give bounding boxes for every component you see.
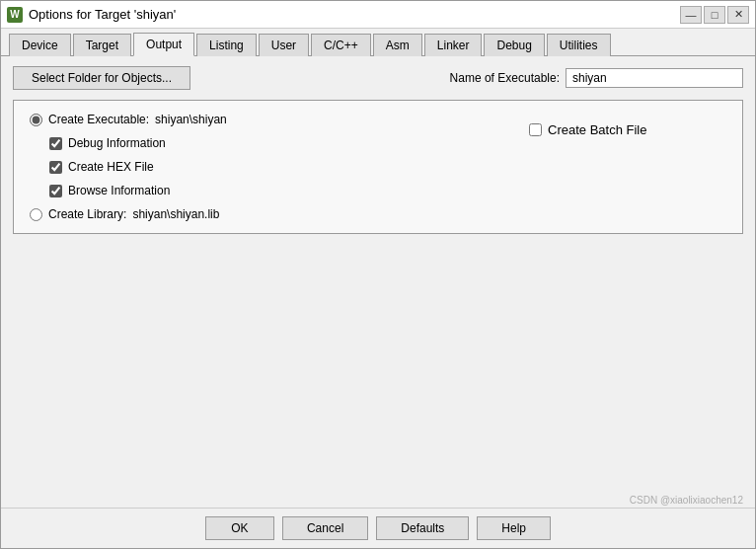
create-executable-value: shiyan\shiyan: [155, 113, 227, 126]
tab-device[interactable]: Device: [9, 34, 71, 56]
debug-info-row: Debug Information: [49, 136, 529, 150]
tab-listing[interactable]: Listing: [196, 34, 257, 56]
minimize-button[interactable]: —: [680, 6, 702, 24]
create-library-label: Create Library:: [48, 207, 126, 221]
content-area: Select Folder for Objects... Name of Exe…: [1, 56, 755, 495]
defaults-button[interactable]: Defaults: [376, 516, 469, 540]
create-executable-label: Create Executable:: [48, 113, 149, 126]
executable-input[interactable]: [566, 68, 743, 88]
tab-bar: Device Target Output Listing User C/C++ …: [1, 29, 755, 56]
create-batch-row: Create Batch File: [529, 122, 646, 137]
create-library-value: shiyan\shiyan.lib: [132, 207, 219, 221]
app-icon: W: [7, 7, 23, 23]
bottom-bar: OK Cancel Defaults Help: [1, 508, 755, 548]
help-button[interactable]: Help: [477, 516, 551, 540]
tab-user[interactable]: User: [259, 34, 309, 56]
create-executable-radio[interactable]: [30, 114, 42, 126]
executable-row: Name of Executable:: [450, 68, 743, 88]
create-hex-label: Create HEX File: [68, 160, 154, 174]
create-library-row: Create Library: shiyan\shiyan.lib: [30, 207, 529, 221]
create-batch-label: Create Batch File: [548, 122, 646, 137]
window-title: Options for Target 'shiyan': [29, 7, 176, 22]
top-row: Select Folder for Objects... Name of Exe…: [13, 66, 743, 90]
create-batch-checkbox[interactable]: [529, 123, 542, 136]
executable-label: Name of Executable:: [450, 71, 560, 85]
close-button[interactable]: ✕: [727, 6, 749, 24]
browse-info-checkbox[interactable]: [49, 185, 62, 197]
main-window: W Options for Target 'shiyan' — □ ✕ Devi…: [0, 0, 756, 549]
create-hex-row: Create HEX File: [49, 160, 529, 174]
title-bar: W Options for Target 'shiyan' — □ ✕: [1, 1, 755, 29]
debug-info-checkbox[interactable]: [49, 137, 62, 150]
maximize-button[interactable]: □: [704, 6, 725, 24]
tab-linker[interactable]: Linker: [424, 34, 483, 56]
create-hex-checkbox[interactable]: [49, 161, 62, 174]
browse-info-row: Browse Information: [49, 184, 529, 197]
title-bar-controls: — □ ✕: [680, 6, 749, 24]
debug-info-label: Debug Information: [68, 136, 166, 150]
options-left: Create Executable: shiyan\shiyan Debug I…: [30, 113, 529, 221]
create-library-radio[interactable]: [30, 208, 42, 221]
cancel-button[interactable]: Cancel: [282, 516, 368, 540]
browse-info-label: Browse Information: [68, 184, 170, 197]
select-folder-button[interactable]: Select Folder for Objects...: [13, 66, 190, 90]
options-box: Create Executable: shiyan\shiyan Debug I…: [13, 100, 743, 234]
tab-target[interactable]: Target: [73, 34, 131, 56]
create-executable-row: Create Executable: shiyan\shiyan: [30, 113, 529, 126]
tab-output[interactable]: Output: [133, 33, 194, 56]
options-right: Create Batch File: [529, 113, 726, 221]
watermark: CSDN @xiaolixiaochen12: [1, 495, 755, 508]
ok-button[interactable]: OK: [205, 516, 274, 540]
title-bar-left: W Options for Target 'shiyan': [7, 7, 176, 23]
tab-cpp[interactable]: C/C++: [311, 34, 371, 56]
spacer: [13, 244, 743, 485]
tab-debug[interactable]: Debug: [484, 34, 544, 56]
tab-utilities[interactable]: Utilities: [547, 34, 611, 56]
tab-asm[interactable]: Asm: [373, 34, 422, 56]
